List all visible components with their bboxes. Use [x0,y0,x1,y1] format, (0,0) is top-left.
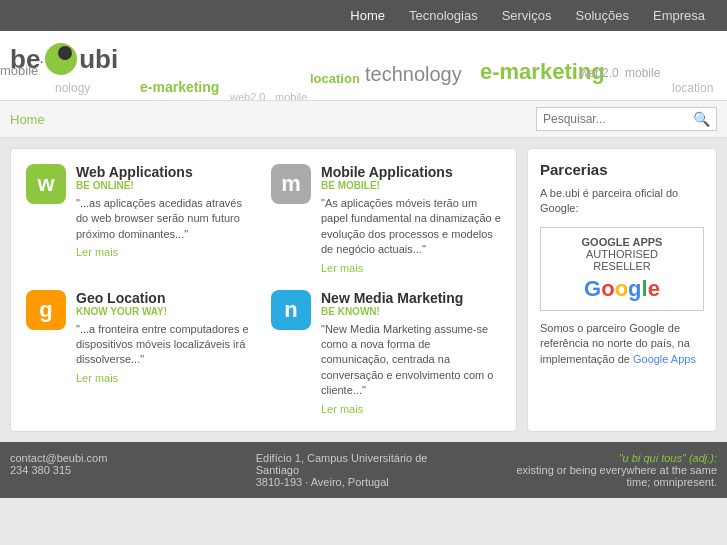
card-subtitle-web: BE ONLINE! [76,180,256,191]
sidebar-parcerias: Parcerias A be.ubi é parceira oficial do… [527,148,717,432]
footer-contact: contact@beubi.com 234 380 315 [10,452,226,488]
float-location-right: location [672,81,713,95]
nav-tecnologias[interactable]: Tecnologias [397,0,490,31]
float-mobile-3: mobile [625,66,660,80]
breadcrumb-home[interactable]: Home [10,112,45,127]
float-web20-1: web2.0 [230,91,265,101]
footer-latin: "u bi qui tous" (adj.): existing or bein… [501,452,717,488]
card-title-newmedia: New Media Marketing [321,290,501,306]
footer-latin-text: "u bi qui tous" (adj.): [619,452,717,464]
footer-phone: 234 380 315 [10,464,71,476]
float-web20-2: web2.0 [580,66,619,80]
card-content-web: Web Applications BE ONLINE! "...as aplic… [76,164,256,275]
card-icon-n: n [271,290,311,330]
card-subtitle-geo: KNOW YOUR WAY! [76,306,256,317]
nav-servicos[interactable]: Serviços [490,0,564,31]
breadcrumb-bar: Home 🔍 [0,101,727,138]
sidebar-title: Parcerias [540,161,704,178]
google-reseller-label: RESELLER [549,260,695,272]
cards-grid: w Web Applications BE ONLINE! "...as apl… [10,148,517,432]
card-readmore-mobile[interactable]: Ler mais [321,262,363,274]
card-desc-mobile: "As aplicações móveis terão um papel fun… [321,196,501,258]
google-apps-label: GOOGLE APPS [549,236,695,248]
card-new-media: n New Media Marketing BE KNOWN! "New Med… [271,290,501,416]
footer-address: Edifício 1, Campus Universitário de Sant… [256,452,472,488]
nav-home[interactable]: Home [338,0,397,31]
search-icon[interactable]: 🔍 [693,111,710,127]
card-content-mobile: Mobile Applications BE MOBILE! "As aplic… [321,164,501,275]
card-geo-location: g Geo Location KNOW YOUR WAY! "...a fron… [26,290,256,416]
card-desc-newmedia: "New Media Marketing assume-se como a no… [321,322,501,399]
float-emarketing-left: e-marketing [140,79,219,95]
float-nology: nology [55,81,90,95]
footer-email[interactable]: contact@beubi.com [10,452,107,464]
float-location: location [310,71,360,86]
card-icon-g: g [26,290,66,330]
card-content-geo: Geo Location KNOW YOUR WAY! "...a fronte… [76,290,256,416]
card-readmore-web[interactable]: Ler mais [76,246,118,258]
card-title-mobile: Mobile Applications [321,164,501,180]
svg-point-1 [58,46,72,60]
card-readmore-geo[interactable]: Ler mais [76,372,118,384]
card-icon-w: w [26,164,66,204]
footer: contact@beubi.com 234 380 315 Edifício 1… [0,442,727,498]
card-readmore-newmedia[interactable]: Ler mais [321,403,363,415]
google-authorised-label: AUTHORISED [549,248,695,260]
card-title-geo: Geo Location [76,290,256,306]
float-technology-big: technology [365,63,462,86]
card-content-newmedia: New Media Marketing BE KNOWN! "New Media… [321,290,501,416]
card-title-web: Web Applications [76,164,256,180]
top-navigation: Home Tecnologias Serviços Soluções Empre… [0,0,727,31]
google-apps-link[interactable]: Google Apps [633,353,696,365]
nav-empresa[interactable]: Empresa [641,0,717,31]
search-box: 🔍 [536,107,717,131]
card-subtitle-newmedia: BE KNOWN! [321,306,501,317]
sidebar-bottom-text: Somos o parceiro Google de referência no… [540,321,704,367]
card-subtitle-mobile: BE MOBILE! [321,180,501,191]
search-input[interactable] [543,112,693,126]
header-banner: be . ubi mobile nology e-marketing web2.… [0,31,727,101]
nav-solucoes[interactable]: Soluções [563,0,640,31]
card-mobile-applications: m Mobile Applications BE MOBILE! "As apl… [271,164,501,275]
card-desc-web: "...as aplicações acedidas através do we… [76,196,256,242]
google-logo: Google [549,276,695,302]
google-partner-box: GOOGLE APPS AUTHORISED RESELLER Google [540,227,704,311]
card-icon-m: m [271,164,311,204]
logo-ubi: ubi [79,44,118,75]
card-web-applications: w Web Applications BE ONLINE! "...as apl… [26,164,256,275]
float-mobile-1: mobile [0,63,38,78]
footer-address-line2: 3810-193 · Aveiro, Portugal [256,476,389,488]
footer-latin-desc: existing or being everywhere at the same… [516,464,717,488]
footer-address-line1: Edifício 1, Campus Universitário de Sant… [256,452,428,476]
logo-circle-icon [43,41,79,77]
float-mobile-2: mobile [275,91,307,101]
card-desc-geo: "...a fronteira entre computadores e dis… [76,322,256,368]
sidebar-description: A be.ubi é parceira oficial do Google: [540,186,704,217]
main-content: w Web Applications BE ONLINE! "...as apl… [0,138,727,442]
